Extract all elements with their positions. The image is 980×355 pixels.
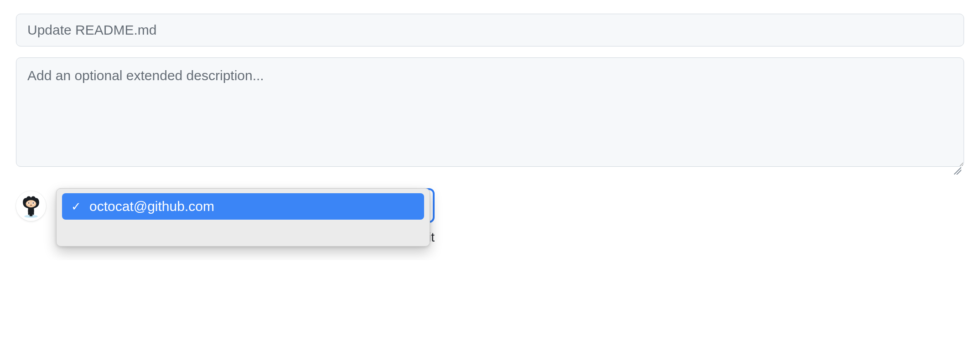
svg-point-6: [30, 205, 31, 206]
svg-point-1: [26, 200, 36, 207]
dropdown-option-selected[interactable]: ✓ octocat@github.com: [62, 193, 424, 220]
commit-author-row: it ✓ octocat@github.com: [16, 188, 964, 247]
dropdown-menu: ✓ octocat@github.com: [56, 188, 430, 247]
svg-point-5: [32, 202, 34, 204]
commit-summary-input[interactable]: [16, 14, 964, 46]
octocat-icon: [19, 194, 43, 218]
commit-description-textarea[interactable]: [16, 57, 964, 167]
checkmark-icon: ✓: [70, 200, 82, 214]
avatar: [16, 191, 46, 221]
dropdown-option-label: octocat@github.com: [89, 199, 214, 214]
svg-point-4: [28, 202, 30, 204]
author-email-dropdown[interactable]: it ✓ octocat@github.com: [56, 188, 430, 247]
